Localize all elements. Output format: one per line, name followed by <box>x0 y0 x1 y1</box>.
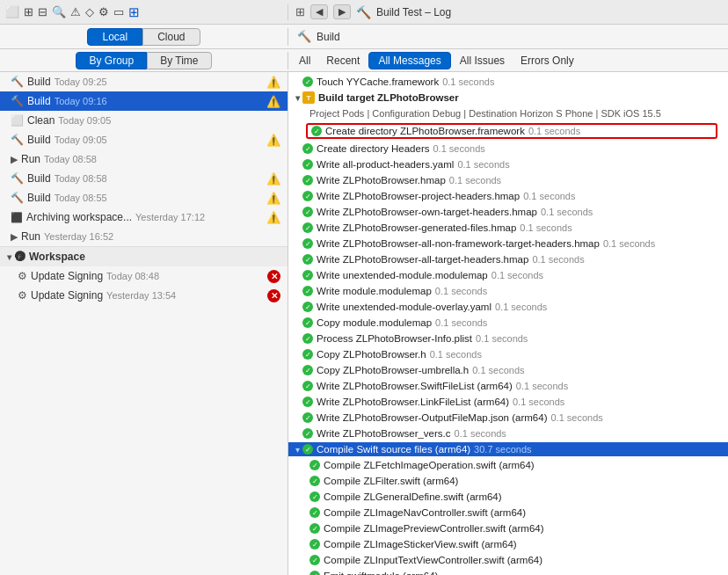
warning-badge: ⚠️ <box>266 95 280 108</box>
log-row: ✓ Compile ZLGeneralDefine.swift (arm64) <box>288 489 728 505</box>
list-item[interactable]: 🔨 Build Today 08:55 ⚠️ <box>0 188 288 207</box>
forward-button[interactable]: ▶ <box>333 4 351 19</box>
green-check-icon: ✓ <box>302 238 313 249</box>
item-name: Build <box>27 76 51 88</box>
item-time: Yesterday 17:12 <box>135 212 205 222</box>
chevron-down-icon: ▾ <box>7 252 11 262</box>
log-row: ✓ Emit swiftmodule (arm64) <box>288 568 728 575</box>
log-text: Write unextended-module-overlay.yaml <box>317 302 491 312</box>
log-row: ✓ Compile ZLImagePreviewController.swift… <box>288 520 728 536</box>
green-check-icon: ✓ <box>309 491 320 502</box>
green-check-icon: ✓ <box>309 571 320 575</box>
target-icon: T <box>302 91 315 104</box>
green-check-icon: ✓ <box>302 397 313 407</box>
log-time: 0.1 seconds <box>550 412 602 423</box>
item-name: Clean <box>27 114 55 127</box>
run-icon: ▶ <box>11 231 18 243</box>
list-item[interactable]: 🔨 Build Today 09:25 ⚠️ <box>0 72 288 91</box>
filter-errors-only[interactable]: Errors Only <box>513 53 581 69</box>
filter-all-messages[interactable]: All Messages <box>368 52 450 69</box>
compile-swift-label: Compile Swift source files (arm64) <box>317 444 470 455</box>
by-time-button[interactable]: By Time <box>147 52 211 69</box>
log-row: ✓ Write ZLPhotoBrowser-own-target-header… <box>288 204 728 220</box>
grid2-icon: ⊞ <box>295 5 305 18</box>
cloud-button[interactable]: Cloud <box>142 28 200 46</box>
warning-badge: ⚠️ <box>266 76 280 89</box>
workspace-section-header[interactable]: ▾ 🅐 Workspace <box>0 246 288 266</box>
list-item[interactable]: ▶ Run Yesterday 16:52 <box>0 227 288 246</box>
log-text: Write ZLPhotoBrowser-project-headers.hma… <box>317 191 520 201</box>
by-group-button[interactable]: By Group <box>76 52 147 69</box>
search-icon: 🔍 <box>52 5 66 18</box>
log-text: Compile ZLInputTextViewController.swift … <box>324 555 542 565</box>
green-check-icon: ✓ <box>302 143 313 154</box>
info-text: Project Pods | Configuration Debug | Des… <box>309 108 661 119</box>
list-item[interactable]: 🔨 Build Today 09:16 ⚠️ <box>0 91 288 111</box>
build-target-header[interactable]: ▾ T Build target ZLPhotoBrowser <box>288 90 728 106</box>
green-check-icon: ✓ <box>302 302 313 312</box>
build-icon: 🔨 <box>11 192 24 204</box>
log-time: 0.1 seconds <box>495 302 547 312</box>
green-check-icon: ✓ <box>309 460 320 470</box>
log-time: 0.1 seconds <box>457 159 509 170</box>
list-item[interactable]: ⚙ Update Signing Today 08:48 ✕ <box>0 266 288 286</box>
green-check-icon: ✓ <box>309 523 320 534</box>
build-label: Build <box>317 31 340 43</box>
item-time: Today 09:16 <box>55 96 107 106</box>
item-name: Update Signing <box>31 289 103 302</box>
item-name: Run <box>21 153 40 165</box>
folder-icon: ⬜ <box>5 5 19 18</box>
list-item[interactable]: 🔨 Build Today 09:05 ⚠️ <box>0 130 288 149</box>
log-text: Compile ZLImageStickerView.swift (arm64) <box>324 539 517 550</box>
log-text: Write ZLPhotoBrowser_vers.c <box>317 428 451 439</box>
item-time: Today 09:25 <box>55 76 107 87</box>
log-text: Compile ZLFilter.swift (arm64) <box>324 476 458 486</box>
green-check-icon: ✓ <box>302 444 313 455</box>
workspace-icon: 🅐 <box>15 251 25 263</box>
list-item[interactable]: ⬜ Clean Today 09:05 <box>0 111 288 130</box>
list-item[interactable]: 🔨 Build Today 08:58 ⚠️ <box>0 169 288 188</box>
gear-icon: ⚙ <box>98 5 109 18</box>
compile-swift-row[interactable]: ▾ ✓ Compile Swift source files (arm64) 3… <box>288 442 728 456</box>
item-name: Update Signing <box>31 270 103 282</box>
item-time: Yesterday 16:52 <box>44 231 113 242</box>
log-time: 0.1 seconds <box>603 238 655 249</box>
log-time: 0.1 seconds <box>520 222 571 233</box>
item-time: Today 09:05 <box>58 115 111 126</box>
list-item[interactable]: ▶ Run Today 08:58 <box>0 149 288 169</box>
log-text: Touch YYCache.framework <box>317 76 439 87</box>
warning-icon: ⚠ <box>70 5 81 18</box>
local-button[interactable]: Local <box>87 28 142 46</box>
green-check-icon: ✓ <box>302 365 313 375</box>
filter-all-issues[interactable]: All Issues <box>453 53 512 69</box>
log-text: Compile ZLImageNavController.swift (arm6… <box>324 507 526 518</box>
list-item[interactable]: ⬛ Archiving workspace... Yesterday 17:12… <box>0 207 288 227</box>
item-time: Today 08:55 <box>55 193 107 203</box>
log-time: 0.1 seconds <box>455 428 506 439</box>
log-text: Process ZLPhotoBrowser-Info.plist <box>317 333 472 344</box>
green-check-icon: ✓ <box>302 412 313 423</box>
green-check-icon: ✓ <box>302 349 313 360</box>
log-row: ✓ Write module.modulemap 0.1 seconds <box>288 283 728 299</box>
log-text: Copy ZLPhotoBrowser.h <box>317 349 426 360</box>
back-button[interactable]: ◀ <box>310 4 328 19</box>
log-time: 0.1 seconds <box>433 143 484 154</box>
item-name: Run <box>21 230 40 243</box>
log-row: ✓ Write ZLPhotoBrowser-generated-files.h… <box>288 220 728 236</box>
log-row: ✓ Write ZLPhotoBrowser.LinkFileList (arm… <box>288 394 728 410</box>
green-check-icon: ✓ <box>309 555 320 565</box>
item-time: Today 08:48 <box>106 271 159 281</box>
log-text: Write module.modulemap <box>317 286 432 296</box>
filter-all[interactable]: All <box>292 53 317 69</box>
log-row: ✓ Compile ZLImageNavController.swift (ar… <box>288 505 728 520</box>
item-time: Today 08:58 <box>44 154 97 164</box>
build-target-label: Build target ZLPhotoBrowser <box>318 92 459 103</box>
list-item[interactable]: ⚙ Update Signing Yesterday 13:54 ✕ <box>0 286 288 305</box>
green-check-icon: ✓ <box>302 76 313 87</box>
log-row: ✓ Compile ZLImageStickerView.swift (arm6… <box>288 536 728 552</box>
log-text: Write ZLPhotoBrowser.hmap <box>317 175 446 186</box>
log-time: 0.1 seconds <box>442 76 494 87</box>
filter-recent[interactable]: Recent <box>319 53 367 69</box>
build-hammer-icon: 🔨 <box>297 30 311 43</box>
green-check-icon: ✓ <box>302 159 313 170</box>
